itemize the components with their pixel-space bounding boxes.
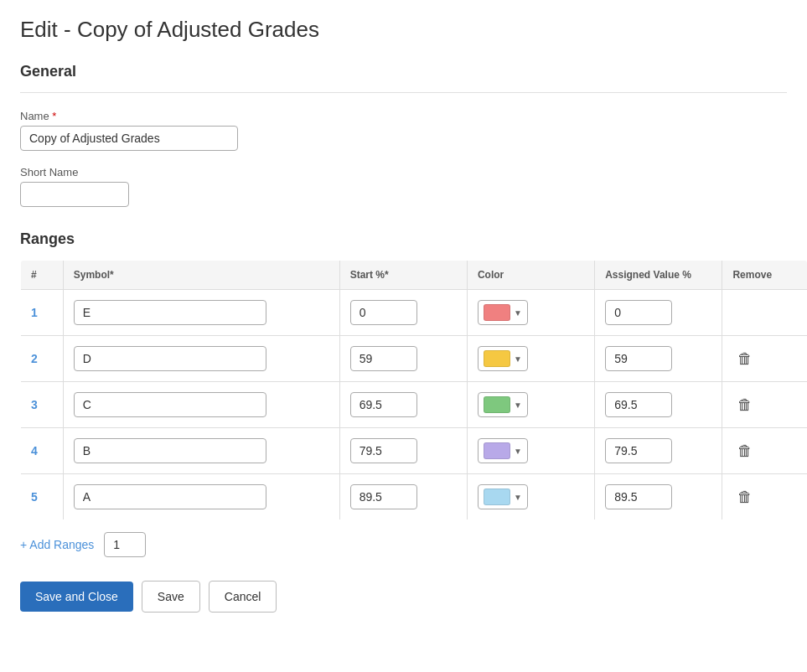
delete-row-button[interactable]: 🗑 — [732, 395, 758, 416]
add-ranges-link[interactable]: + Add Ranges — [20, 538, 94, 551]
assigned-value-input[interactable] — [605, 392, 672, 417]
color-caret-icon: ▼ — [514, 401, 522, 410]
symbol-input[interactable] — [74, 346, 266, 371]
short-name-input[interactable] — [20, 182, 129, 207]
color-caret-icon: ▼ — [514, 447, 522, 456]
delete-row-button[interactable]: 🗑 — [732, 349, 758, 370]
short-name-field-group: Short Name — [20, 166, 787, 207]
page-title: Edit - Copy of Adjusted Grades — [20, 17, 787, 43]
add-ranges-row: + Add Ranges — [20, 532, 787, 557]
color-picker-button[interactable]: ▼ — [478, 300, 528, 325]
row-number: 3 — [31, 398, 38, 411]
table-row: 3▼🗑 — [21, 382, 808, 428]
delete-row-button[interactable]: 🗑 — [732, 487, 758, 508]
assigned-value-input[interactable] — [605, 484, 672, 509]
table-row: 1▼ — [21, 290, 808, 336]
ranges-heading: Ranges — [20, 230, 787, 248]
col-header-remove: Remove — [722, 261, 807, 290]
col-header-hash: # — [21, 261, 64, 290]
start-percent-input[interactable] — [350, 438, 417, 463]
assigned-value-input[interactable] — [605, 300, 672, 325]
color-swatch — [484, 442, 510, 459]
general-divider — [20, 92, 787, 93]
row-number: 2 — [31, 352, 38, 365]
col-header-start: Start %* — [339, 261, 467, 290]
save-and-close-button[interactable]: Save and Close — [20, 582, 133, 612]
symbol-input[interactable] — [74, 438, 266, 463]
assigned-value-input[interactable] — [605, 438, 672, 463]
ranges-table: # Symbol* Start %* Color Assigned Value … — [20, 260, 807, 520]
color-picker-button[interactable]: ▼ — [478, 438, 528, 463]
row-number: 1 — [31, 306, 38, 319]
name-input[interactable] — [20, 126, 238, 151]
color-swatch — [484, 396, 510, 413]
save-button[interactable]: Save — [142, 581, 200, 613]
col-header-symbol: Symbol* — [63, 261, 339, 290]
table-row: 5▼🗑 — [21, 474, 808, 520]
color-caret-icon: ▼ — [514, 308, 522, 318]
general-section: General Name * Short Name — [20, 63, 787, 207]
color-swatch — [484, 488, 510, 505]
start-percent-input[interactable] — [350, 392, 417, 417]
color-picker-button[interactable]: ▼ — [478, 484, 528, 509]
start-percent-input[interactable] — [350, 300, 417, 325]
table-row: 4▼🗑 — [21, 428, 808, 474]
col-header-color: Color — [467, 261, 594, 290]
assigned-value-input[interactable] — [605, 346, 672, 371]
color-caret-icon: ▼ — [514, 354, 522, 364]
color-picker-button[interactable]: ▼ — [478, 346, 528, 371]
color-swatch — [484, 350, 510, 367]
row-number: 4 — [31, 444, 38, 457]
color-swatch — [484, 304, 510, 321]
delete-row-button[interactable]: 🗑 — [732, 441, 758, 462]
start-percent-input[interactable] — [350, 484, 417, 509]
add-ranges-count-input[interactable] — [104, 532, 146, 557]
table-row: 2▼🗑 — [21, 336, 808, 382]
col-header-assigned: Assigned Value % — [595, 261, 722, 290]
name-field-group: Name * — [20, 110, 787, 151]
general-heading: General — [20, 63, 787, 80]
start-percent-input[interactable] — [350, 346, 417, 371]
cancel-button[interactable]: Cancel — [209, 581, 277, 613]
symbol-input[interactable] — [74, 300, 266, 325]
button-row: Save and Close Save Cancel — [20, 581, 787, 613]
name-label: Name * — [20, 110, 787, 122]
symbol-input[interactable] — [74, 484, 266, 509]
color-caret-icon: ▼ — [514, 493, 522, 502]
color-picker-button[interactable]: ▼ — [478, 392, 528, 417]
row-number: 5 — [31, 490, 38, 504]
symbol-input[interactable] — [74, 392, 266, 417]
short-name-label: Short Name — [20, 166, 787, 178]
ranges-section: Ranges # Symbol* Start %* Color Assigned… — [20, 230, 787, 557]
